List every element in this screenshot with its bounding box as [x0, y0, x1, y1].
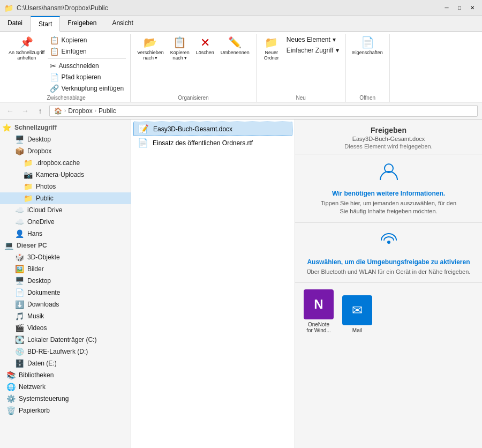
- share-filename: Easy3D-Buch-Gesamt.docx: [304, 136, 473, 142]
- sidebar-item-systemsteuerung[interactable]: ⚙️ Systemsteuerung: [0, 393, 131, 405]
- paste-link-button[interactable]: 🔗 Verknüpfung einfügen: [48, 83, 126, 94]
- network-icon: 🌐: [6, 383, 16, 391]
- paste-button[interactable]: 📋 Einfügen: [48, 46, 126, 57]
- desktop2-icon: 🖥️: [15, 277, 24, 285]
- sidebar-item-kamera-uploads[interactable]: 📷 Kamera-Uploads: [0, 169, 131, 181]
- share-user-icon: [304, 161, 473, 186]
- sidebar-item-desktop2[interactable]: 🖥️ Desktop: [0, 275, 131, 287]
- sidebar-item-lokaler-c[interactable]: 💽 Lokaler Datenträger (C:): [0, 334, 131, 346]
- copy-button[interactable]: 📋 Kopieren: [48, 35, 126, 46]
- up-button[interactable]: ↑: [34, 105, 46, 117]
- properties-button[interactable]: 📄 Eigenschaften: [350, 35, 385, 56]
- file-list: 📝 Easy3D-Buch-Gesamt.docx 📄 Einsatz des …: [131, 120, 295, 448]
- drive-c-icon: 💽: [15, 335, 24, 344]
- path-public[interactable]: Public: [99, 107, 116, 115]
- cut-button[interactable]: ✂ Ausschneiden: [48, 61, 126, 71]
- tab-start[interactable]: Start: [31, 16, 60, 32]
- title-bar-folder-icon: 📁: [4, 4, 13, 12]
- share-section1-title: Wir benötigen weitere Informationen.: [304, 190, 473, 197]
- link-icon: 🔗: [50, 84, 59, 93]
- share-apps: N OneNotefor Wind... ✉ Mail: [295, 283, 482, 340]
- tab-ansicht[interactable]: Ansicht: [104, 16, 141, 31]
- ribbon-group-oeffnen-buttons: 📄 Eigenschaften: [350, 35, 385, 94]
- drive-e-icon: 🗄️: [15, 359, 24, 368]
- close-button[interactable]: ✕: [467, 3, 478, 13]
- onedrive-icon: ☁️: [15, 218, 24, 226]
- pin-icon: 📌: [20, 36, 33, 49]
- sidebar-item-bilder[interactable]: 🖼️ Bilder: [0, 263, 131, 275]
- move-button[interactable]: 📂 Verschiebennach ▾: [135, 35, 166, 62]
- forward-button[interactable]: →: [19, 105, 31, 117]
- sidebar-item-papierkorb[interactable]: 🗑️ Papierkorb: [0, 405, 131, 416]
- control-panel-icon: ⚙️: [6, 394, 16, 403]
- delete-icon: ✕: [200, 36, 210, 50]
- sidebar-item-dieser-pc[interactable]: 💻 Dieser PC: [0, 240, 131, 251]
- sidebar-item-downloads[interactable]: ⬇️ Downloads: [0, 298, 131, 310]
- onenote-label: OneNotefor Wind...: [306, 322, 331, 333]
- sidebar-item-videos[interactable]: 🎬 Videos: [0, 322, 131, 334]
- zwischenablage-label: Zwischenablage: [47, 95, 85, 102]
- path-dropbox[interactable]: Dropbox: [68, 107, 92, 115]
- copy-to-button[interactable]: 📋 Kopierennach ▾: [168, 35, 192, 62]
- new-item-button[interactable]: Neues Element ▾: [284, 35, 341, 44]
- back-button[interactable]: ←: [4, 105, 16, 117]
- neu-label: Neu: [296, 95, 306, 102]
- scissors-icon: ✂: [50, 62, 56, 70]
- path-home-icon: 🏠: [54, 107, 62, 115]
- share-header: Freigeben Easy3D-Buch-Gesamt.docx Dieses…: [295, 120, 482, 154]
- sidebar-item-bibliotheken[interactable]: 📚 Bibliotheken: [0, 369, 131, 381]
- file-item-einsatz[interactable]: 📄 Einsatz des öffentlichen Ordners.rtf: [133, 136, 292, 150]
- oeffnen-label: Öffnen: [359, 95, 375, 102]
- delete-button[interactable]: ✕ Löschen: [194, 35, 216, 56]
- maximize-button[interactable]: □: [454, 3, 465, 13]
- sidebar-item-dropbox[interactable]: 📦 Dropbox: [0, 145, 131, 157]
- share-panel: Freigeben Easy3D-Buch-Gesamt.docx Dieses…: [295, 120, 482, 448]
- new-folder-button[interactable]: 📁 NeuerOrdner: [261, 35, 282, 62]
- mail-label: Mail: [352, 327, 362, 333]
- sidebar-item-onedrive[interactable]: ☁️ OneDrive: [0, 216, 131, 228]
- sidebar-item-daten-e[interactable]: 🗄️ Daten (E:): [0, 357, 131, 369]
- easy-access-button[interactable]: Einfacher Zugriff ▾: [284, 46, 341, 55]
- ribbon-content: 📌 An Schnellzugriffanheften 📋 Kopieren 📋…: [0, 32, 482, 102]
- minimize-button[interactable]: ─: [441, 3, 452, 13]
- sidebar-item-schnellzugriff[interactable]: ⭐ Schnellzugriff: [0, 122, 131, 133]
- tab-freigeben[interactable]: Freigeben: [60, 16, 104, 31]
- dropbox-icon: 📦: [15, 147, 24, 155]
- sidebar-item-musik[interactable]: 🎵 Musik: [0, 310, 131, 322]
- sidebar-item-dokumente[interactable]: 📄 Dokumente: [0, 287, 131, 298]
- share-section-user[interactable]: Wir benötigen weitere Informationen. Tip…: [295, 154, 482, 223]
- share-title: Freigeben: [304, 126, 473, 135]
- downloads-icon: ⬇️: [15, 300, 24, 309]
- copy-path-button[interactable]: 📄 Pfad kopieren: [48, 72, 126, 83]
- sidebar-item-photos[interactable]: 📁 Photos: [0, 181, 131, 192]
- share-section-nearby[interactable]: Auswählen, um die Umgebungsfreigabe zu a…: [295, 223, 482, 283]
- copy-icon: 📋: [50, 36, 59, 44]
- ribbon-spacer: [390, 34, 480, 102]
- tab-datei[interactable]: Datei: [0, 16, 31, 31]
- share-app-onenote[interactable]: N OneNotefor Wind...: [304, 289, 334, 333]
- music-icon: 🎵: [15, 312, 24, 320]
- address-path[interactable]: 🏠 › Dropbox › Public: [49, 105, 478, 117]
- title-bar: 📁 C:\Users\hansm\Dropbox\Public ─ □ ✕: [0, 0, 482, 16]
- sidebar-item-public[interactable]: 📁 Public: [0, 192, 131, 204]
- libraries-icon: 📚: [6, 371, 16, 379]
- sidebar-item-icloud[interactable]: ☁️ iCloud Drive: [0, 204, 131, 216]
- mail-icon: ✉: [342, 295, 372, 325]
- share-nearby-icon: [304, 229, 473, 255]
- rename-button[interactable]: ✏️ Umbenennen: [219, 35, 252, 56]
- sidebar-item-bd-re[interactable]: 💿 BD-RE-Laufwerk (D:): [0, 346, 131, 357]
- sidebar-item-hans[interactable]: 👤 Hans: [0, 228, 131, 240]
- share-app-mail[interactable]: ✉ Mail: [342, 295, 372, 333]
- file-item-easy3d[interactable]: 📝 Easy3D-Buch-Gesamt.docx: [133, 122, 292, 136]
- move-icon: 📂: [144, 36, 157, 49]
- sidebar-item-3d-objekte[interactable]: 🎲 3D-Objekte: [0, 251, 131, 263]
- copy-to-icon: 📋: [173, 36, 186, 49]
- sidebar-item-netzwerk[interactable]: 🌐 Netzwerk: [0, 381, 131, 393]
- ribbon-group-neu-buttons: 📁 NeuerOrdner Neues Element ▾ Einfacher …: [261, 35, 341, 94]
- new-folder-icon: 📁: [265, 36, 278, 49]
- sidebar-item-desktop[interactable]: 🖥️ Desktop: [0, 133, 131, 145]
- drive-d-icon: 💿: [15, 347, 24, 356]
- sidebar-item-dropbox-cache[interactable]: 📁 .dropbox.cache: [0, 157, 131, 169]
- share-section2-title[interactable]: Auswählen, um die Umgebungsfreigabe zu a…: [304, 258, 473, 266]
- pin-button[interactable]: 📌 An Schnellzugriffanheften: [6, 35, 47, 62]
